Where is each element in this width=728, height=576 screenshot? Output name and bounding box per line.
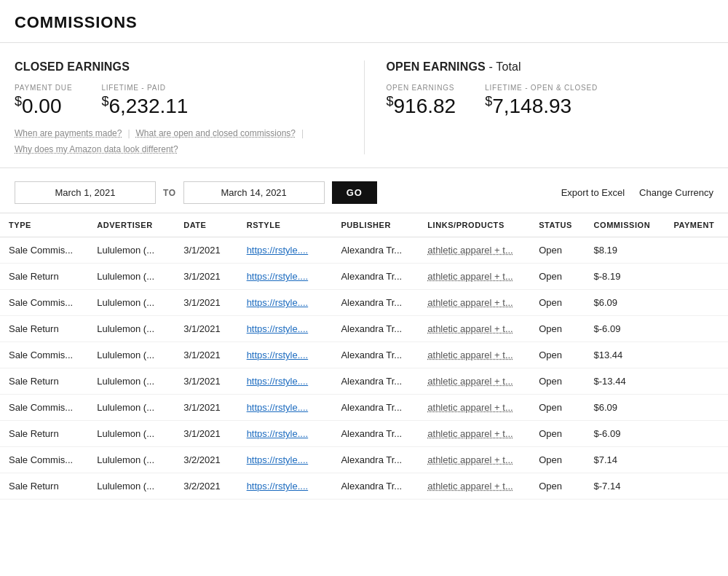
table-row: Sale Return Lululemon (... 3/1/2021 http… (0, 421, 728, 447)
open-earnings-grid: OPEN EARNINGS $916.82 LIFETIME - OPEN & … (387, 84, 714, 118)
cell-payment (665, 368, 728, 395)
cell-payment (665, 264, 728, 290)
cell-links[interactable]: athletic apparel + t... (419, 264, 530, 290)
cell-publisher: Alexandra Tr... (332, 290, 419, 316)
cell-status: Open (530, 473, 585, 500)
cell-commission: $-6.09 (585, 421, 665, 447)
cell-status: Open (530, 342, 585, 368)
payment-due-dollar: $ (15, 94, 22, 109)
cell-status: Open (530, 368, 585, 395)
table-row: Sale Commis... Lululemon (... 3/1/2021 h… (0, 342, 728, 368)
cell-payment (665, 237, 728, 264)
cell-type: Sale Commis... (0, 342, 88, 368)
cell-date: 3/2/2021 (175, 473, 237, 500)
cell-date: 3/1/2021 (175, 395, 237, 421)
cell-publisher: Alexandra Tr... (332, 316, 419, 342)
table-row: Sale Commis... Lululemon (... 3/2/2021 h… (0, 447, 728, 473)
filter-left: TO GO (15, 181, 377, 204)
cell-type: Sale Return (0, 421, 88, 447)
table-row: Sale Return Lululemon (... 3/2/2021 http… (0, 473, 728, 500)
cell-links[interactable]: athletic apparel + t... (419, 447, 530, 473)
page-title: COMMISSIONS (15, 13, 713, 32)
cell-publisher: Alexandra Tr... (332, 473, 419, 500)
cell-status: Open (530, 237, 585, 264)
cell-rstyle[interactable]: https://rstyle.... (238, 421, 333, 447)
table-row: Sale Commis... Lululemon (... 3/1/2021 h… (0, 237, 728, 264)
cell-rstyle[interactable]: https://rstyle.... (238, 395, 333, 421)
cell-links[interactable]: athletic apparel + t... (419, 473, 530, 500)
cell-status: Open (530, 421, 585, 447)
cell-commission: $6.09 (585, 290, 665, 316)
closed-earnings-heading: CLOSED EARNINGS (15, 60, 342, 74)
cell-links[interactable]: athletic apparel + t... (419, 395, 530, 421)
cell-publisher: Alexandra Tr... (332, 421, 419, 447)
cell-publisher: Alexandra Tr... (332, 264, 419, 290)
cell-links[interactable]: athletic apparel + t... (419, 342, 530, 368)
cell-type: Sale Return (0, 264, 88, 290)
cell-links[interactable]: athletic apparel + t... (419, 316, 530, 342)
cell-publisher: Alexandra Tr... (332, 395, 419, 421)
page-header: COMMISSIONS (0, 0, 728, 43)
go-button[interactable]: GO (332, 181, 377, 204)
cell-publisher: Alexandra Tr... (332, 447, 419, 473)
cell-date: 3/2/2021 (175, 447, 237, 473)
cell-advertiser: Lululemon (... (88, 290, 175, 316)
cell-rstyle[interactable]: https://rstyle.... (238, 473, 333, 500)
cell-commission: $-7.14 (585, 473, 665, 500)
cell-date: 3/1/2021 (175, 316, 237, 342)
cell-rstyle[interactable]: https://rstyle.... (238, 447, 333, 473)
lifetime-open-closed-value: $7,148.93 (485, 95, 598, 118)
cell-rstyle[interactable]: https://rstyle.... (238, 237, 333, 264)
cell-links[interactable]: athletic apparel + t... (419, 368, 530, 395)
cell-date: 3/1/2021 (175, 368, 237, 395)
filter-to-label: TO (163, 188, 176, 198)
cell-status: Open (530, 290, 585, 316)
cell-type: Sale Commis... (0, 447, 88, 473)
lifetime-open-dollar: $ (485, 94, 492, 109)
table-header-row: TYPE ADVERTISER DATE RSTYLE PUBLISHER LI… (0, 213, 728, 237)
cell-rstyle[interactable]: https://rstyle.... (238, 264, 333, 290)
col-header-type: TYPE (0, 213, 88, 237)
col-header-rstyle: RSTYLE (238, 213, 333, 237)
open-earnings-panel: OPEN EARNINGS - Total OPEN EARNINGS $916… (364, 60, 714, 154)
payment-due-item: PAYMENT DUE $0.00 (15, 84, 72, 118)
help-link-payments[interactable]: When are payments made? (15, 128, 122, 138)
cell-links[interactable]: athletic apparel + t... (419, 290, 530, 316)
cell-rstyle[interactable]: https://rstyle.... (238, 290, 333, 316)
cell-links[interactable]: athletic apparel + t... (419, 237, 530, 264)
cell-rstyle[interactable]: https://rstyle.... (238, 368, 333, 395)
commissions-table: TYPE ADVERTISER DATE RSTYLE PUBLISHER LI… (0, 213, 728, 500)
cell-advertiser: Lululemon (... (88, 447, 175, 473)
closed-earnings-panel: CLOSED EARNINGS PAYMENT DUE $0.00 LIFETI… (15, 60, 364, 154)
cell-commission: $8.19 (585, 237, 665, 264)
cell-rstyle[interactable]: https://rstyle.... (238, 342, 333, 368)
cell-type: Sale Commis... (0, 395, 88, 421)
cell-payment (665, 421, 728, 447)
to-date-input[interactable] (183, 181, 325, 204)
cell-type: Sale Return (0, 368, 88, 395)
table-row: Sale Commis... Lululemon (... 3/1/2021 h… (0, 395, 728, 421)
cell-payment (665, 342, 728, 368)
filter-row: TO GO Export to Excel Change Currency (0, 168, 728, 213)
cell-advertiser: Lululemon (... (88, 395, 175, 421)
cell-status: Open (530, 395, 585, 421)
cell-rstyle[interactable]: https://rstyle.... (238, 316, 333, 342)
change-currency-link[interactable]: Change Currency (639, 187, 713, 198)
cell-commission: $7.14 (585, 447, 665, 473)
earnings-section: CLOSED EARNINGS PAYMENT DUE $0.00 LIFETI… (0, 43, 728, 168)
page-container: COMMISSIONS CLOSED EARNINGS PAYMENT DUE … (0, 0, 728, 576)
cell-date: 3/1/2021 (175, 421, 237, 447)
cell-links[interactable]: athletic apparel + t... (419, 421, 530, 447)
export-to-excel-link[interactable]: Export to Excel (561, 187, 625, 198)
cell-status: Open (530, 264, 585, 290)
cell-payment (665, 290, 728, 316)
cell-publisher: Alexandra Tr... (332, 237, 419, 264)
cell-type: Sale Commis... (0, 237, 88, 264)
cell-commission: $-6.09 (585, 316, 665, 342)
cell-advertiser: Lululemon (... (88, 421, 175, 447)
open-earnings-label: OPEN EARNINGS (387, 84, 456, 92)
help-link-amazon[interactable]: Why does my Amazon data look different? (15, 144, 178, 154)
from-date-input[interactable] (15, 181, 156, 204)
table-container: TYPE ADVERTISER DATE RSTYLE PUBLISHER LI… (0, 213, 728, 514)
help-link-commissions[interactable]: What are open and closed commissions? (136, 128, 296, 138)
